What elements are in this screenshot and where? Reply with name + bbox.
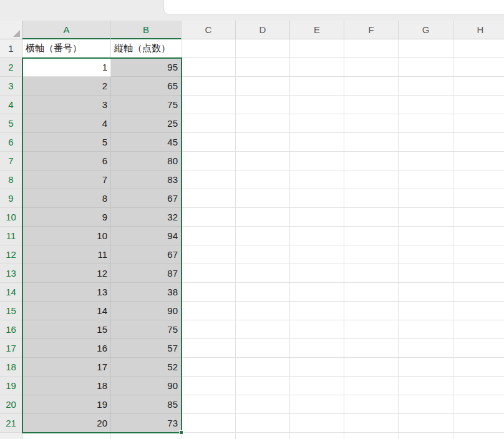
row-header-16[interactable]: 16 — [0, 320, 22, 339]
row-header-5[interactable]: 5 — [0, 114, 22, 133]
row-header-4[interactable]: 4 — [0, 96, 22, 114]
cell-G10[interactable] — [399, 208, 453, 227]
column-header-C[interactable]: C — [182, 21, 236, 39]
cell-F5[interactable] — [344, 114, 399, 133]
cell-F14[interactable] — [344, 283, 399, 302]
cell-E22[interactable] — [290, 433, 344, 439]
cell-H12[interactable] — [453, 245, 504, 264]
cell-G13[interactable] — [399, 264, 453, 283]
cell-F7[interactable] — [344, 152, 399, 170]
cell-F12[interactable] — [344, 245, 399, 264]
cell-C17[interactable] — [182, 339, 236, 358]
cell-G4[interactable] — [399, 96, 453, 114]
cell-F20[interactable] — [344, 395, 399, 414]
cell-D14[interactable] — [236, 283, 290, 302]
row-header-21[interactable]: 21 — [0, 414, 22, 433]
cell-D2[interactable] — [236, 58, 290, 77]
row-header-11[interactable]: 11 — [0, 227, 22, 245]
cell-D3[interactable] — [236, 77, 290, 96]
cell-H10[interactable] — [453, 208, 504, 227]
cell-F10[interactable] — [344, 208, 399, 227]
cell-A16[interactable]: 15 — [22, 320, 111, 339]
cell-H15[interactable] — [453, 302, 504, 320]
cell-E21[interactable] — [290, 414, 344, 433]
row-header-3[interactable]: 3 — [0, 77, 22, 96]
cell-E13[interactable] — [290, 264, 344, 283]
cell-A11[interactable]: 10 — [22, 227, 111, 245]
cell-D15[interactable] — [236, 302, 290, 320]
column-header-D[interactable]: D — [236, 21, 290, 39]
cell-E11[interactable] — [290, 227, 344, 245]
row-header-18[interactable]: 18 — [0, 358, 22, 377]
cell-B10[interactable]: 32 — [111, 208, 182, 227]
cell-C4[interactable] — [182, 96, 236, 114]
cell-H22[interactable] — [453, 433, 504, 439]
cell-A19[interactable]: 18 — [22, 377, 111, 395]
cell-A14[interactable]: 13 — [22, 283, 111, 302]
cell-E10[interactable] — [290, 208, 344, 227]
cell-B4[interactable]: 75 — [111, 96, 182, 114]
cell-E20[interactable] — [290, 395, 344, 414]
cell-G7[interactable] — [399, 152, 453, 170]
cell-H18[interactable] — [453, 358, 504, 377]
cell-D13[interactable] — [236, 264, 290, 283]
cell-H4[interactable] — [453, 96, 504, 114]
cell-C14[interactable] — [182, 283, 236, 302]
cell-H5[interactable] — [453, 114, 504, 133]
cell-E15[interactable] — [290, 302, 344, 320]
column-header-B[interactable]: B — [111, 21, 182, 39]
cell-C21[interactable] — [182, 414, 236, 433]
cell-C15[interactable] — [182, 302, 236, 320]
cell-G18[interactable] — [399, 358, 453, 377]
cell-G16[interactable] — [399, 320, 453, 339]
cell-B12[interactable]: 67 — [111, 245, 182, 264]
cell-B22[interactable] — [111, 433, 182, 439]
cell-A9[interactable]: 8 — [22, 189, 111, 208]
cell-E7[interactable] — [290, 152, 344, 170]
cell-D9[interactable] — [236, 189, 290, 208]
cell-B13[interactable]: 87 — [111, 264, 182, 283]
row-header-15[interactable]: 15 — [0, 302, 22, 320]
cell-B6[interactable]: 45 — [111, 133, 182, 152]
cell-D5[interactable] — [236, 114, 290, 133]
row-header-6[interactable]: 6 — [0, 133, 22, 152]
cell-H7[interactable] — [453, 152, 504, 170]
cell-B5[interactable]: 25 — [111, 114, 182, 133]
row-header-8[interactable]: 8 — [0, 170, 22, 189]
cell-E9[interactable] — [290, 189, 344, 208]
cell-D22[interactable] — [236, 433, 290, 439]
cell-F18[interactable] — [344, 358, 399, 377]
cell-D19[interactable] — [236, 377, 290, 395]
cell-B11[interactable]: 94 — [111, 227, 182, 245]
cell-H17[interactable] — [453, 339, 504, 358]
cell-H19[interactable] — [453, 377, 504, 395]
cell-G14[interactable] — [399, 283, 453, 302]
cell-H11[interactable] — [453, 227, 504, 245]
cell-G11[interactable] — [399, 227, 453, 245]
row-header-17[interactable]: 17 — [0, 339, 22, 358]
row-header-19[interactable]: 19 — [0, 377, 22, 395]
cell-E6[interactable] — [290, 133, 344, 152]
cell-D17[interactable] — [236, 339, 290, 358]
cell-E16[interactable] — [290, 320, 344, 339]
cell-B2[interactable]: 95 — [111, 58, 182, 77]
cell-D11[interactable] — [236, 227, 290, 245]
cell-E2[interactable] — [290, 58, 344, 77]
cell-C6[interactable] — [182, 133, 236, 152]
cell-F21[interactable] — [344, 414, 399, 433]
cell-A4[interactable]: 3 — [22, 96, 111, 114]
row-header-20[interactable]: 20 — [0, 395, 22, 414]
cell-C20[interactable] — [182, 395, 236, 414]
row-header-7[interactable]: 7 — [0, 152, 22, 170]
cell-B21[interactable]: 73 — [111, 414, 182, 433]
cell-H16[interactable] — [453, 320, 504, 339]
cell-E12[interactable] — [290, 245, 344, 264]
column-header-G[interactable]: G — [399, 21, 453, 39]
cell-D10[interactable] — [236, 208, 290, 227]
cell-A5[interactable]: 4 — [22, 114, 111, 133]
cell-B3[interactable]: 65 — [111, 77, 182, 96]
cell-C3[interactable] — [182, 77, 236, 96]
cell-F2[interactable] — [344, 58, 399, 77]
cell-F8[interactable] — [344, 170, 399, 189]
cell-A7[interactable]: 6 — [22, 152, 111, 170]
